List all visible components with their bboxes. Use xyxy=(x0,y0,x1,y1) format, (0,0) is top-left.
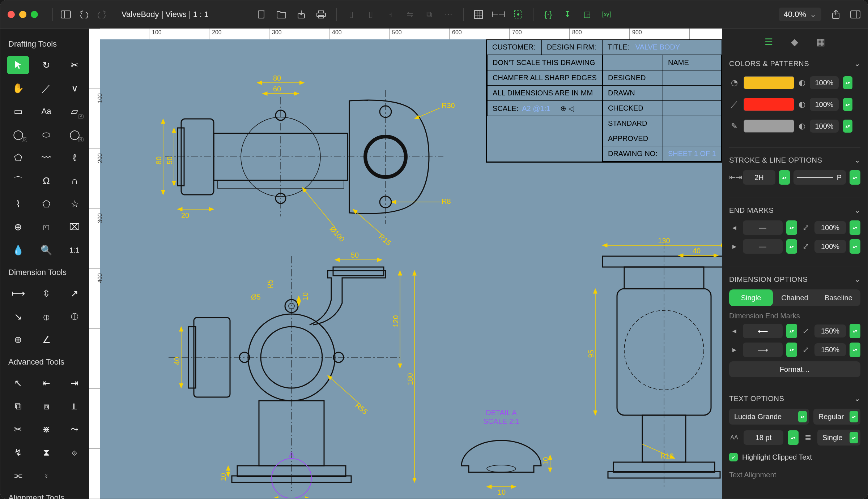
font-size-input[interactable]: 18 pt xyxy=(744,430,783,445)
line-tool[interactable]: ／ xyxy=(35,79,58,97)
end-pct-stepper[interactable]: ▴▾ xyxy=(850,239,860,254)
share-icon[interactable] xyxy=(831,9,841,20)
chevron-down-icon[interactable]: ⌄ xyxy=(854,59,861,68)
stroke-swatch[interactable] xyxy=(744,98,794,111)
trim-tool[interactable]: ↯ xyxy=(7,443,29,461)
chain-tool[interactable]: ⫘ xyxy=(7,466,29,485)
layer-boundary-icon[interactable] xyxy=(514,9,523,20)
seg-baseline[interactable]: Baseline xyxy=(817,289,860,306)
print-icon[interactable] xyxy=(316,9,326,20)
highlight-clipped-checkbox[interactable]: ✓ xyxy=(729,453,738,461)
dim-end-pct[interactable]: 150% xyxy=(814,343,846,356)
close-window[interactable] xyxy=(8,11,15,18)
drawing-canvas[interactable]: 100200300400500600700800900 100200300400… xyxy=(89,29,722,499)
snap-icon[interactable]: ⊢⊣ xyxy=(493,9,503,20)
open-folder-icon[interactable] xyxy=(276,9,286,20)
angle-dim-tool[interactable]: ∠ xyxy=(35,331,58,349)
blob-tool[interactable]: ⬠ xyxy=(35,195,58,213)
snap-nodes-icon[interactable]: {⋅} xyxy=(544,9,553,20)
tab-appearance-icon[interactable]: ☰ xyxy=(765,36,773,48)
delete-box-tool[interactable]: ⌧ xyxy=(63,218,86,236)
align-left-obj-icon[interactable]: ▯ xyxy=(347,9,356,20)
radius-dim-tool[interactable]: ⦷ xyxy=(63,307,86,326)
dim-startpct-stepper[interactable]: ▴▾ xyxy=(850,324,860,338)
dim-start-pct[interactable]: 150% xyxy=(814,324,846,337)
aligned-dim-tool[interactable]: ↗ xyxy=(63,284,86,302)
pencil-swatch[interactable] xyxy=(744,120,794,133)
format-button[interactable]: Format… xyxy=(729,361,860,377)
stroke-opacity-stepper[interactable]: ▴▾ xyxy=(843,98,852,111)
align-center-obj-icon[interactable]: ▯ xyxy=(366,9,375,20)
break-tool[interactable]: ⋇ xyxy=(35,420,58,438)
font-weight-select[interactable]: Regular▴▾ xyxy=(813,409,860,425)
font-family-select[interactable]: Lucida Grande▴▾ xyxy=(729,409,809,425)
minimize-window[interactable] xyxy=(19,11,26,18)
zoom-window[interactable] xyxy=(31,11,38,18)
undo-icon[interactable] xyxy=(79,9,89,20)
font-size-stepper[interactable]: ▴▾ xyxy=(788,430,799,445)
dim-end-select[interactable]: ⟶ xyxy=(743,343,783,357)
snap-corners-icon[interactable]: ◲ xyxy=(582,9,592,20)
seg-chained[interactable]: Chained xyxy=(773,289,817,306)
insert-right-tool[interactable]: ⇥ xyxy=(63,374,86,392)
centermark-tool[interactable]: ⊕ xyxy=(7,218,29,236)
dim-start-stepper[interactable]: ▴▾ xyxy=(786,324,797,338)
grid-icon[interactable] xyxy=(474,9,483,20)
polyline-tool[interactable]: 〰 xyxy=(35,149,58,167)
pencil-opacity-input[interactable]: 100% xyxy=(810,120,839,133)
stroke-pattern-select[interactable]: P xyxy=(793,170,846,185)
stamp-tool[interactable]: ⏍ xyxy=(35,218,58,236)
chevron-down-icon[interactable]: ⌄ xyxy=(854,394,861,403)
start-mark-pct[interactable]: 100% xyxy=(814,221,846,234)
dimension-mode-segment[interactable]: Single Chained Baseline xyxy=(729,289,860,306)
label-tool[interactable]: ▱P xyxy=(63,102,86,120)
chevron-down-icon[interactable]: ⌄ xyxy=(854,275,861,284)
end-mark-select[interactable]: — xyxy=(743,239,783,254)
seg-single[interactable]: Single xyxy=(729,289,773,306)
link-tool[interactable]: ⟐ xyxy=(63,443,86,461)
inspector-toggle-icon[interactable] xyxy=(850,9,860,20)
pattern-tool[interactable]: ⦂ xyxy=(35,466,58,485)
flip-h-icon[interactable]: ⇋ xyxy=(405,9,414,20)
spline-tool[interactable]: Ω xyxy=(35,172,58,190)
stroke-weight[interactable]: 2H xyxy=(743,170,775,185)
pattern-stepper[interactable]: ▴▾ xyxy=(850,170,860,185)
fill-opacity-input[interactable]: 100% xyxy=(810,76,839,89)
dim-end-stepper[interactable]: ▴▾ xyxy=(786,343,797,357)
end-mark-pct[interactable]: 100% xyxy=(814,240,846,253)
circle-dim-tool[interactable]: ◯D xyxy=(7,125,29,143)
snap-guides-icon[interactable]: ↧ xyxy=(563,9,573,20)
duplicate-icon[interactable]: ⧉ xyxy=(425,9,434,20)
extend-tool[interactable]: ⤳ xyxy=(63,420,86,438)
intersect-tool[interactable]: ⫫ xyxy=(63,397,86,415)
bezier-tool[interactable]: ∩ xyxy=(63,172,86,190)
tab-layers-icon[interactable]: ◆ xyxy=(791,36,798,48)
center-mark-tool[interactable]: ⊕ xyxy=(7,331,29,349)
diameter-dim-tool[interactable]: ⦶ xyxy=(35,307,58,326)
weight-stepper[interactable]: ▴▾ xyxy=(779,170,790,185)
more-transform-icon[interactable]: ⋯ xyxy=(444,9,454,20)
text-tool[interactable]: Aa xyxy=(35,102,58,120)
end-mark-stepper[interactable]: ▴▾ xyxy=(786,239,797,254)
snap-xy-icon[interactable]: xy xyxy=(602,9,611,20)
linear-dim-tool[interactable]: ⟼ xyxy=(7,284,29,302)
subtract-tool[interactable]: ⧈ xyxy=(35,397,58,415)
crop-tool[interactable]: ✂ xyxy=(63,56,86,74)
angle-line-tool[interactable]: ∨ xyxy=(63,79,86,97)
dim-endpct-stepper[interactable]: ▴▾ xyxy=(850,343,860,357)
zoom11-tool[interactable]: 1:1 xyxy=(63,241,86,259)
chevron-down-icon[interactable]: ⌄ xyxy=(854,156,861,164)
vertical-dim-tool[interactable]: ⇳ xyxy=(35,284,58,302)
ellipse-tool[interactable]: ⬭ xyxy=(35,125,58,143)
pencil-opacity-stepper[interactable]: ▴▾ xyxy=(843,120,852,133)
zoom-tool[interactable]: 🔍 xyxy=(35,241,58,259)
freehand-tool[interactable]: ⌇ xyxy=(7,195,29,213)
mirror-tool[interactable]: ⧗ xyxy=(35,443,58,461)
rect-tool[interactable]: ▭ xyxy=(7,102,29,120)
line-spacing-select[interactable]: Single▴▾ xyxy=(817,430,860,446)
start-mark-select[interactable]: — xyxy=(743,220,783,235)
sidebar-toggle-icon[interactable] xyxy=(61,9,71,20)
radius-tool[interactable]: ◯R xyxy=(63,125,86,143)
eyedrop-tool[interactable]: 💧 xyxy=(7,241,29,259)
union-tool[interactable]: ⧉ xyxy=(7,397,29,415)
